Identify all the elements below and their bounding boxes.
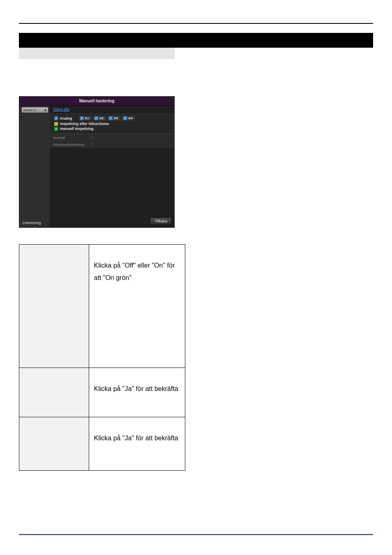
table-cell-right: Klicka på "Ja" för att bekräfta — [89, 417, 185, 471]
dvr-footer: Tillbaka — [50, 217, 174, 227]
top-rule — [19, 23, 373, 24]
legend-manual: manuell inspelning — [54, 127, 170, 131]
dvr-header: Manuell hantering — [19, 97, 174, 106]
table-cell-left — [19, 368, 89, 417]
table-row: Klicka på "Ja" för att bekräfta — [19, 417, 185, 471]
table-row: Klicka på "Off" eller "On" för att "On g… — [19, 245, 185, 368]
param-motion: Rörelsedetektering — [50, 141, 174, 148]
close-all-link[interactable]: Stäng alla — [50, 106, 174, 113]
sidebar-item-liveview[interactable]: Livevisning — [22, 221, 48, 225]
table-cell-left — [19, 417, 89, 471]
channel-a1[interactable]: A1 — [79, 116, 92, 120]
legend-yellow-icon — [54, 122, 58, 126]
checkbox-icon[interactable] — [54, 116, 58, 120]
channel-panel: Analog A1 A2 A3 A4 Inspelning efter tids… — [51, 113, 173, 134]
param-normal: Normal — [50, 134, 174, 141]
channel-a4[interactable]: A4 — [122, 116, 135, 120]
channel-a2[interactable]: A2 — [93, 116, 106, 120]
page: Manuell hantering Spella In Livevisning … — [0, 0, 392, 555]
table-row: Klicka på "Ja" för att bekräfta — [19, 368, 185, 417]
legend-green-icon — [54, 127, 58, 131]
checkbox-icon — [123, 116, 127, 120]
channel-a3[interactable]: A3 — [108, 116, 120, 120]
dvr-body: Spella In Livevisning Stäng alla Analog … — [19, 106, 174, 227]
dvr-screenshot: Manuell hantering Spella In Livevisning … — [19, 96, 175, 228]
dvr-main: Stäng alla Analog A1 A2 A3 A4 — [50, 106, 174, 227]
checkbox-icon — [80, 116, 84, 120]
title-black-bar — [19, 33, 373, 48]
checkbox-icon — [109, 116, 113, 120]
table-cell-left — [19, 245, 89, 368]
radio-icon[interactable] — [90, 143, 93, 146]
chevron-right-icon — [45, 109, 46, 111]
back-button[interactable]: Tillbaka — [150, 217, 172, 225]
description-table: Klicka på "Off" eller "On" för att "On g… — [19, 244, 185, 471]
analog-label: Analog — [54, 116, 72, 120]
dvr-empty-area — [50, 148, 174, 217]
checkbox-icon — [95, 116, 98, 120]
sidebar-item-label: Spella In — [23, 108, 36, 112]
bottom-rule — [19, 534, 373, 535]
table-cell-right: Klicka på "Ja" för att bekräfta — [89, 368, 185, 417]
sidebar-item-record[interactable]: Spella In — [22, 107, 48, 113]
legend-schedule: Inspelning efter tidsschema — [54, 122, 170, 126]
title-sub-tab — [19, 48, 175, 59]
title-bar — [19, 33, 373, 59]
dvr-sidebar: Spella In Livevisning — [19, 106, 50, 227]
channel-row: Analog A1 A2 A3 A4 — [54, 116, 170, 120]
radio-icon[interactable] — [90, 136, 93, 139]
table-cell-right: Klicka på "Off" eller "On" för att "On g… — [89, 245, 185, 368]
